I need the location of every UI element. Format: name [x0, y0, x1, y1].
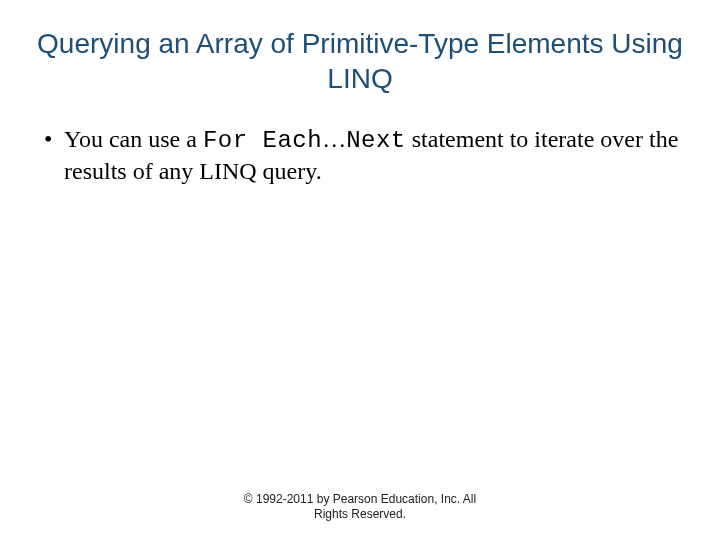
code-next: Next	[346, 127, 406, 154]
bullet-list: You can use a For Each…Next statement to…	[32, 124, 688, 187]
bullet-text-pre: You can use a	[64, 126, 203, 152]
code-space	[248, 127, 263, 154]
slide-title: Querying an Array of Primitive-Type Elem…	[32, 26, 688, 96]
code-each: Each	[263, 127, 323, 154]
footer-line-2: Rights Reserved.	[0, 507, 720, 522]
ellipsis: …	[322, 126, 346, 152]
footer: © 1992-2011 by Pearson Education, Inc. A…	[0, 492, 720, 522]
code-for: For	[203, 127, 248, 154]
footer-line-1: © 1992-2011 by Pearson Education, Inc. A…	[0, 492, 720, 507]
bullet-item: You can use a For Each…Next statement to…	[40, 124, 688, 187]
